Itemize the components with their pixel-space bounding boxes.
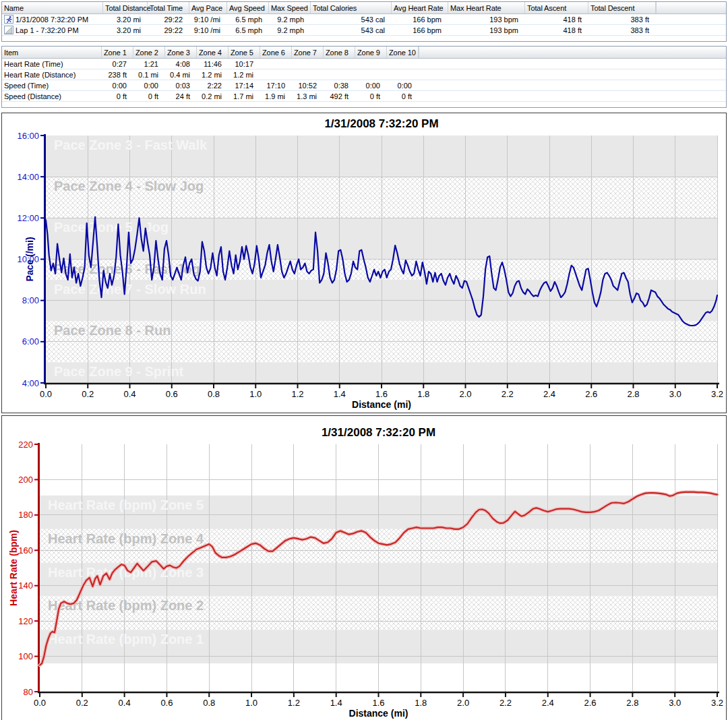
zone-value: 0.1 mi bbox=[133, 71, 165, 79]
zones-table-filler bbox=[2, 102, 726, 107]
zone-value: 0.2 mi bbox=[197, 92, 229, 100]
summary-col-total-calories[interactable]: Total Calories bbox=[311, 2, 392, 13]
summary-value: 193 bpm bbox=[448, 16, 525, 24]
summary-value: 9:10 /mi bbox=[189, 26, 227, 34]
zone-value: 2:22 bbox=[197, 82, 229, 90]
y-tick-label: 120 bbox=[18, 616, 33, 626]
y-tick-label: 160 bbox=[18, 545, 33, 556]
summary-col-max-heart-rate[interactable]: Max Heart Rate bbox=[448, 2, 525, 13]
y-tick-label: 8:00 bbox=[22, 295, 39, 305]
runner-icon bbox=[5, 16, 13, 24]
summary-table-filler bbox=[2, 36, 726, 41]
runner-icon bbox=[4, 15, 13, 24]
summary-row[interactable]: 1/31/2008 7:32:20 PM3.20 mi29:229:10 /mi… bbox=[2, 14, 726, 25]
x-tick-label: 2.4 bbox=[542, 698, 554, 708]
summary-row[interactable]: Lap 1 - 7:32:20 PM3.20 mi29:229:10 /mi6.… bbox=[2, 25, 726, 36]
summary-col-total-descent[interactable]: Total Descent bbox=[588, 2, 656, 13]
summary-col-avg-speed[interactable]: Avg Speed bbox=[227, 2, 269, 13]
zone-value: 1.2 mi bbox=[197, 71, 229, 79]
zones-col-zone-1[interactable]: Zone 1 bbox=[102, 47, 133, 58]
pace-chart: Pace Zone 3 - Fast WalkPace Zone 4 - Slo… bbox=[2, 113, 727, 413]
lap-icon bbox=[4, 26, 13, 34]
zones-col-zone-5[interactable]: Zone 5 bbox=[229, 47, 260, 58]
x-tick-label: 0.0 bbox=[34, 698, 46, 708]
zone-item-name: Speed (Distance) bbox=[2, 92, 102, 100]
heart-rate-chart-panel: Heart Rate (bpm) Zone 5Heart Rate (bpm) … bbox=[1, 415, 727, 720]
zone-value: 238 ft bbox=[102, 71, 133, 79]
summary-col-avg-pace[interactable]: Avg Pace bbox=[189, 2, 227, 13]
x-tick-label: 0.2 bbox=[76, 698, 88, 708]
x-tick-label: 1.8 bbox=[417, 389, 429, 399]
zone-value: 0:00 bbox=[355, 82, 387, 90]
zone-value: 0 ft bbox=[355, 92, 387, 100]
zone-value: 0 ft bbox=[133, 92, 165, 100]
activity-name-cell[interactable]: 1/31/2008 7:32:20 PM bbox=[2, 15, 103, 24]
summary-col-avg-heart-rate[interactable]: Avg Heart Rate bbox=[392, 2, 448, 13]
zone-value: 10:52 bbox=[292, 82, 324, 90]
summary-value: 3.20 mi bbox=[103, 26, 148, 34]
zones-col-zone-3[interactable]: Zone 3 bbox=[165, 47, 197, 58]
zones-col-zone-10[interactable]: Zone 10 bbox=[387, 47, 419, 58]
summary-value: 9.2 mph bbox=[269, 16, 311, 24]
zone-band-label: Heart Rate (bpm) Zone 1 bbox=[48, 632, 204, 647]
summary-col-total-distance[interactable]: Total Distance bbox=[103, 2, 148, 13]
summary-value: 543 cal bbox=[311, 26, 392, 34]
summary-value: 543 cal bbox=[311, 16, 392, 24]
zone-row[interactable]: Heart Rate (Distance)238 ft0.1 mi0.4 mi1… bbox=[2, 69, 726, 80]
x-tick-label: 2.6 bbox=[584, 698, 597, 708]
pace-chart-panel: Pace Zone 3 - Fast WalkPace Zone 4 - Slo… bbox=[1, 113, 727, 413]
x-tick-label: 0.4 bbox=[123, 389, 135, 399]
summary-value: 3.20 mi bbox=[103, 16, 148, 24]
activity-name: 1/31/2008 7:32:20 PM bbox=[16, 16, 88, 24]
zones-col-zone-8[interactable]: Zone 8 bbox=[324, 47, 355, 58]
summary-col-total-ascent[interactable]: Total Ascent bbox=[525, 2, 588, 13]
activity-name-cell[interactable]: Lap 1 - 7:32:20 PM bbox=[2, 26, 103, 34]
summary-value: 9:10 /mi bbox=[189, 16, 227, 24]
zone-row[interactable]: Speed (Distance)0 ft0 ft24 ft0.2 mi1.7 m… bbox=[2, 91, 726, 102]
y-tick-label: 16:00 bbox=[17, 131, 39, 141]
zone-value: 0:00 bbox=[133, 82, 165, 90]
summary-value: 418 ft bbox=[525, 26, 588, 34]
zones-col-zone-9[interactable]: Zone 9 bbox=[355, 47, 387, 58]
x-tick-label: 2.4 bbox=[543, 389, 555, 399]
y-tick-label: 14:00 bbox=[17, 172, 39, 182]
zone-value: 492 ft bbox=[324, 92, 355, 100]
zone-value: 17:10 bbox=[260, 82, 292, 90]
zone-row[interactable]: Speed (Time)0:000:000:032:2217:1417:1010… bbox=[2, 80, 726, 91]
x-axis-title: Distance (mi) bbox=[349, 708, 408, 719]
x-tick-label: 0.8 bbox=[208, 389, 220, 399]
zone-band-label: Heart Rate (bpm) Zone 5 bbox=[48, 498, 204, 512]
y-tick-label: 12:00 bbox=[17, 213, 39, 223]
zones-header-filler bbox=[419, 47, 726, 58]
y-tick-label: 200 bbox=[18, 475, 33, 485]
x-tick-label: 0.8 bbox=[203, 698, 215, 708]
zones-col-zone-2[interactable]: Zone 2 bbox=[133, 47, 165, 58]
summary-value: 6.5 mph bbox=[227, 16, 269, 24]
y-tick-label: 6:00 bbox=[22, 336, 39, 347]
x-tick-label: 2.6 bbox=[585, 389, 597, 399]
chart-title: 1/31/2008 7:32:20 PM bbox=[324, 117, 438, 130]
summary-col-max-speed[interactable]: Max Speed bbox=[269, 2, 311, 13]
zone-value: 24 ft bbox=[165, 92, 197, 100]
zones-col-zone-4[interactable]: Zone 4 bbox=[197, 47, 229, 58]
zone-value: 0:27 bbox=[102, 60, 133, 68]
zone-value: 11:46 bbox=[197, 60, 229, 68]
summary-value: 166 bpm bbox=[392, 26, 448, 34]
zone-value: 0 ft bbox=[387, 92, 419, 100]
zones-col-zone-6[interactable]: Zone 6 bbox=[260, 47, 292, 58]
zone-row[interactable]: Heart Rate (Time)0:271:214:0811:4610:17 bbox=[2, 59, 726, 69]
summary-value: 6.5 mph bbox=[227, 26, 269, 34]
x-tick-label: 2.0 bbox=[459, 389, 471, 399]
zone-value: 0:03 bbox=[165, 82, 197, 90]
summary-value: 29:22 bbox=[148, 26, 189, 34]
zones-col-zone-7[interactable]: Zone 7 bbox=[292, 47, 324, 58]
summary-col-name[interactable]: Name bbox=[2, 2, 103, 13]
zone-value: 0.4 mi bbox=[165, 71, 197, 79]
summary-header-filler bbox=[656, 2, 726, 13]
zones-col-item[interactable]: Item bbox=[2, 47, 102, 58]
activity-summary-table: NameTotal DistanceTotal TimeAvg PaceAvg … bbox=[1, 1, 727, 42]
summary-col-total-time[interactable]: Total Time bbox=[148, 2, 189, 13]
zones-table-header: ItemZone 1Zone 2Zone 3Zone 4Zone 5Zone 6… bbox=[2, 47, 726, 59]
y-tick-label: 4:00 bbox=[22, 378, 39, 388]
y-tick-label: 100 bbox=[18, 651, 33, 661]
